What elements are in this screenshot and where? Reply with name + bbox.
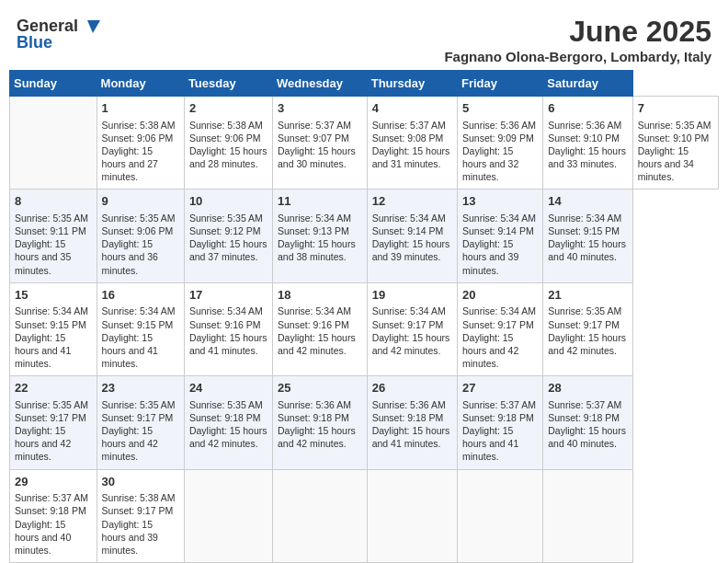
sunrise: Sunrise: 5:34 AM [278, 213, 351, 224]
sunrise: Sunrise: 5:35 AM [638, 120, 711, 131]
calendar-cell: 28Sunrise: 5:37 AMSunset: 9:18 PMDayligh… [543, 376, 632, 469]
sunset: Sunset: 9:07 PM [278, 132, 349, 144]
sunset: Sunset: 9:15 PM [548, 225, 620, 236]
sunrise: Sunrise: 5:34 AM [462, 305, 536, 316]
calendar-cell [543, 469, 632, 562]
sunrise: Sunrise: 5:37 AM [548, 399, 621, 410]
day-number: 7 [638, 100, 713, 117]
calendar-cell: 24Sunrise: 5:35 AMSunset: 9:18 PMDayligh… [184, 376, 272, 469]
sunset: Sunset: 9:18 PM [372, 412, 444, 423]
sunset: Sunset: 9:11 PM [15, 225, 86, 236]
logo-icon [80, 17, 100, 37]
day-number: 4 [372, 100, 452, 117]
daylight: Daylight: 15 hours and 35 minutes. [15, 238, 71, 275]
day-number: 11 [278, 193, 362, 210]
day-number: 25 [278, 380, 362, 396]
sunset: Sunset: 9:18 PM [15, 505, 86, 516]
sunrise: Sunrise: 5:34 AM [15, 305, 88, 316]
sunrise: Sunrise: 5:35 AM [189, 399, 263, 410]
day-number: 30 [102, 474, 179, 490]
daylight: Daylight: 15 hours and 39 minutes. [462, 238, 518, 275]
daylight: Daylight: 15 hours and 42 minutes. [189, 425, 267, 449]
sunset: Sunset: 9:18 PM [462, 412, 534, 423]
day-number: 28 [548, 380, 627, 396]
sunset: Sunset: 9:18 PM [548, 412, 620, 423]
daylight: Daylight: 15 hours and 37 minutes. [189, 238, 267, 262]
sunset: Sunset: 9:13 PM [278, 225, 349, 236]
calendar-header-saturday: Saturday [543, 71, 632, 97]
sunset: Sunset: 9:15 PM [102, 319, 174, 330]
calendar-week-row: 1Sunrise: 5:38 AMSunset: 9:06 PMDaylight… [10, 97, 719, 190]
sunset: Sunset: 9:09 PM [462, 132, 534, 144]
day-number: 17 [189, 287, 267, 304]
daylight: Daylight: 15 hours and 42 minutes. [372, 332, 450, 356]
calendar-cell: 2Sunrise: 5:38 AMSunset: 9:06 PMDaylight… [184, 97, 272, 190]
daylight: Daylight: 15 hours and 36 minutes. [102, 238, 158, 275]
calendar-cell: 27Sunrise: 5:37 AMSunset: 9:18 PMDayligh… [458, 376, 543, 469]
sunrise: Sunrise: 5:37 AM [462, 399, 536, 410]
calendar-cell: 30Sunrise: 5:38 AMSunset: 9:17 PMDayligh… [97, 469, 184, 562]
sunrise: Sunrise: 5:34 AM [278, 305, 351, 316]
sunrise: Sunrise: 5:35 AM [102, 399, 176, 410]
sunrise: Sunrise: 5:36 AM [462, 120, 536, 131]
calendar-week-row: 22Sunrise: 5:35 AMSunset: 9:17 PMDayligh… [10, 376, 719, 469]
sunrise: Sunrise: 5:34 AM [548, 213, 621, 224]
sunset: Sunset: 9:15 PM [15, 319, 86, 330]
sunset: Sunset: 9:18 PM [189, 412, 261, 423]
daylight: Daylight: 15 hours and 34 minutes. [638, 145, 694, 182]
sunset: Sunset: 9:08 PM [372, 132, 444, 144]
day-number: 15 [15, 287, 92, 304]
location-subtitle: Fagnano Olona-Bergoro, Lombardy, Italy [444, 49, 711, 64]
day-number: 6 [548, 100, 627, 117]
calendar-cell [367, 469, 457, 562]
sunrise: Sunrise: 5:34 AM [102, 305, 176, 316]
day-number: 22 [15, 380, 92, 396]
calendar-cell [184, 469, 272, 562]
sunset: Sunset: 9:17 PM [548, 319, 620, 330]
daylight: Daylight: 15 hours and 39 minutes. [102, 519, 158, 556]
daylight: Daylight: 15 hours and 41 minutes. [462, 425, 518, 462]
day-number: 29 [15, 474, 92, 490]
calendar-cell: 8Sunrise: 5:35 AMSunset: 9:11 PMDaylight… [10, 190, 97, 282]
calendar-cell: 9Sunrise: 5:35 AMSunset: 9:06 PMDaylight… [97, 190, 184, 282]
calendar-week-row: 8Sunrise: 5:35 AMSunset: 9:11 PMDaylight… [10, 190, 719, 282]
day-number: 12 [372, 193, 452, 210]
calendar-cell: 18Sunrise: 5:34 AMSunset: 9:16 PMDayligh… [273, 282, 368, 375]
calendar-cell: 23Sunrise: 5:35 AMSunset: 9:17 PMDayligh… [97, 376, 184, 469]
calendar-cell: 22Sunrise: 5:35 AMSunset: 9:17 PMDayligh… [10, 376, 97, 469]
day-number: 26 [372, 380, 452, 396]
day-number: 5 [462, 100, 538, 117]
daylight: Daylight: 15 hours and 41 minutes. [15, 332, 71, 369]
calendar-header-row: SundayMondayTuesdayWednesdayThursdayFrid… [10, 71, 719, 97]
sunrise: Sunrise: 5:35 AM [15, 399, 88, 410]
sunset: Sunset: 9:16 PM [189, 319, 261, 330]
calendar-cell: 21Sunrise: 5:35 AMSunset: 9:17 PMDayligh… [543, 282, 632, 375]
daylight: Daylight: 15 hours and 31 minutes. [372, 145, 450, 169]
sunset: Sunset: 9:12 PM [189, 225, 261, 236]
calendar-week-row: 15Sunrise: 5:34 AMSunset: 9:15 PMDayligh… [10, 282, 719, 375]
sunrise: Sunrise: 5:38 AM [102, 492, 176, 503]
month-title: June 2025 [444, 15, 711, 49]
calendar-cell: 26Sunrise: 5:36 AMSunset: 9:18 PMDayligh… [367, 376, 457, 469]
sunset: Sunset: 9:16 PM [278, 319, 349, 330]
calendar-header-friday: Friday [458, 71, 543, 97]
sunset: Sunset: 9:06 PM [102, 225, 174, 236]
daylight: Daylight: 15 hours and 32 minutes. [462, 145, 518, 182]
sunrise: Sunrise: 5:37 AM [15, 492, 88, 503]
calendar-cell: 11Sunrise: 5:34 AMSunset: 9:13 PMDayligh… [273, 190, 368, 282]
sunset: Sunset: 9:17 PM [102, 412, 174, 423]
sunrise: Sunrise: 5:38 AM [102, 120, 176, 131]
calendar-cell: 5Sunrise: 5:36 AMSunset: 9:09 PMDaylight… [458, 97, 543, 190]
calendar-header-tuesday: Tuesday [184, 71, 272, 97]
day-number: 14 [548, 193, 627, 210]
sunrise: Sunrise: 5:34 AM [462, 213, 536, 224]
day-number: 27 [462, 380, 538, 396]
daylight: Daylight: 15 hours and 40 minutes. [548, 238, 626, 262]
calendar-header-sunday: Sunday [10, 71, 97, 97]
calendar-cell: 29Sunrise: 5:37 AMSunset: 9:18 PMDayligh… [10, 469, 97, 562]
logo: General Blue [17, 15, 100, 52]
day-number: 8 [15, 193, 92, 210]
sunrise: Sunrise: 5:37 AM [278, 120, 351, 131]
calendar-header-thursday: Thursday [367, 71, 457, 97]
sunset: Sunset: 9:06 PM [189, 132, 261, 144]
